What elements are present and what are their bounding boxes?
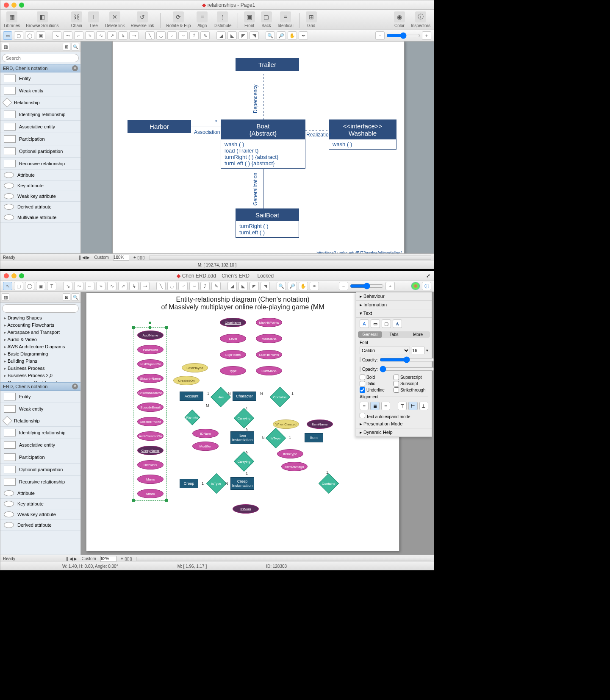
connector-c-tool[interactable]: ⇢ (129, 31, 139, 40)
rel-carrying[interactable]: Carrying (234, 408, 254, 428)
attr-mana[interactable]: Mana (137, 475, 164, 484)
font-size-input[interactable] (412, 347, 424, 354)
free-tool[interactable]: ✎ (211, 282, 221, 290)
toolbar-libraries[interactable]: ▦Libraries (4, 11, 20, 28)
library-search-input[interactable] (2, 304, 79, 313)
entity-account[interactable]: Account (180, 392, 203, 401)
section-help[interactable]: Dynamic Help (356, 428, 432, 437)
connector-l-tool[interactable]: ↘ (52, 31, 61, 40)
tree-item[interactable]: Business Process 2,0 (0, 372, 80, 379)
close-icon[interactable] (4, 3, 9, 8)
zoom-input[interactable] (100, 556, 116, 562)
zoom-preset[interactable]: Custom (94, 255, 108, 260)
zoom-plus[interactable]: + (385, 282, 395, 290)
tree-item[interactable]: Audio & Video (0, 336, 80, 343)
connector-multi-tool[interactable]: ⤷ (85, 31, 94, 40)
tree-item[interactable]: Drawing Shapes (0, 314, 80, 322)
close-icon[interactable] (4, 273, 9, 278)
search-view-icon[interactable]: 🔍 (72, 43, 79, 50)
toolbar-tree[interactable]: ⊤Tree (88, 11, 99, 28)
attr-currhitpoints[interactable]: CurrHitPoints (256, 350, 282, 359)
lib-item[interactable]: Derived attribute (0, 202, 80, 212)
tree-item[interactable]: AWS Architecture Diagrams (0, 343, 80, 350)
minimize-icon[interactable] (11, 273, 17, 278)
conn-a[interactable]: ↘ (63, 282, 72, 290)
grid-view-icon[interactable]: ⊞ (63, 43, 70, 50)
toolbar-identical[interactable]: =Identical (278, 11, 294, 28)
connector-free-tool[interactable]: ∿ (96, 31, 105, 40)
entity-creepinst[interactable]: Creep Instantiation (230, 477, 254, 490)
attr-lastplayed[interactable]: LastPlayed (182, 363, 208, 372)
lib-item[interactable]: Recursive relationship (0, 476, 80, 488)
ellipse-tool[interactable]: ◯ (25, 282, 34, 290)
attr-sbscrbrname[interactable]: SbscrbrName (137, 374, 164, 383)
image-tool[interactable]: ▣ (36, 282, 45, 290)
align-right-icon[interactable]: ≡ (381, 402, 390, 410)
attr-idnum[interactable]: IDNum (192, 429, 219, 438)
lib-item[interactable]: Recursive relationship (0, 158, 80, 170)
class-boat[interactable]: Boat {Abstract} wash ( ) load (Trailer t… (221, 119, 305, 169)
search-view-icon[interactable]: 🔍 (72, 293, 79, 301)
section-information[interactable]: Information (356, 301, 432, 309)
line-tool[interactable]: ╲ (156, 282, 166, 290)
zoom-plus[interactable]: + (422, 31, 431, 40)
lib-item[interactable]: Weak key attribute (0, 509, 80, 520)
attr-whencreated[interactable]: WhenCreated (273, 419, 299, 429)
lib-item[interactable]: Key attribute (0, 181, 80, 191)
lib-item[interactable]: Associative entity (0, 121, 80, 133)
spline-tool[interactable]: ∼ (178, 31, 188, 40)
lib-item[interactable]: Weak key attribute (0, 191, 80, 202)
conn-g[interactable]: ↳ (129, 282, 139, 290)
chk-underline[interactable]: Underline (360, 387, 389, 393)
toolbar-inspectors[interactable]: ⓘInspectors (411, 11, 430, 28)
align-left-icon[interactable]: ≡ (360, 402, 369, 410)
titlebar[interactable]: ◆relationships - Page1 (0, 0, 434, 10)
attr-creepname[interactable]: CreepName (137, 446, 164, 455)
inspector-tabs[interactable]: General Tabs More (358, 331, 430, 338)
lib-item[interactable]: Participation (0, 451, 80, 464)
class-sailboat[interactable]: SailBoat turnRight ( ) turnLeft ( ) (236, 208, 299, 238)
rel-has[interactable]: Has (211, 387, 231, 407)
color-icon[interactable] (411, 282, 420, 290)
fullscreen-icon[interactable]: ⤢ (426, 273, 430, 279)
callout-a-tool[interactable]: ◢ (216, 31, 226, 40)
rel-raninto[interactable]: RanInto (185, 410, 200, 425)
bezier-tool[interactable]: ⤴ (189, 31, 199, 40)
zoom-icon[interactable] (19, 3, 24, 8)
traffic-lights[interactable] (4, 3, 24, 8)
attr-charname[interactable]: CharName (220, 318, 246, 327)
lib-item[interactable]: Optional participation (0, 464, 80, 476)
tree-item[interactable]: Accounting Flowcharts (0, 322, 80, 329)
section-presentation[interactable]: Presentation Mode (356, 420, 432, 428)
conn-b[interactable]: ⤳ (74, 282, 83, 290)
select-tool[interactable]: ▭ (3, 31, 12, 40)
text-bg-icon[interactable]: ▭ (371, 319, 380, 328)
tab-general[interactable]: General (358, 331, 382, 338)
text-tool[interactable]: T (47, 282, 56, 290)
attr-itemdamage[interactable]: ItemDamage (281, 462, 308, 471)
attr-sbscrbremail[interactable]: SbscrbrEmail (137, 403, 164, 412)
connector-curve-tool[interactable]: ⤳ (63, 31, 72, 40)
eyedropper-tool[interactable]: ✒ (299, 31, 308, 40)
zoom-in-icon[interactable]: 🔍 (266, 31, 275, 40)
lib-item[interactable]: Identifying relationship (0, 108, 80, 121)
canvas[interactable]: Trailer Harbor Boat {Abstract} wash ( ) … (81, 42, 434, 253)
toolbar-align[interactable]: ≡Align (197, 11, 208, 28)
toolbar-chain[interactable]: ⛓Chain (71, 11, 82, 28)
attr-lastsignedon[interactable]: LastSignedOn (137, 359, 164, 369)
line-tool[interactable]: ╲ (145, 31, 155, 40)
lib-item[interactable]: Entity (0, 391, 80, 403)
minimize-icon[interactable] (11, 3, 17, 8)
attr-itemname[interactable]: ItemName (307, 419, 333, 429)
class-trailer[interactable]: Trailer (236, 58, 299, 71)
attr-type[interactable]: Type (220, 366, 246, 375)
polyline-tool[interactable]: ⟋ (167, 31, 177, 40)
conn-h[interactable]: ⇢ (140, 282, 150, 290)
text-style-a-icon[interactable]: A (360, 319, 369, 328)
toolbar-grid[interactable]: ⊞Grid (306, 11, 317, 28)
text-box-icon[interactable]: ▢ (382, 319, 391, 328)
co-b[interactable]: ◣ (238, 282, 248, 290)
valign-bot-icon[interactable]: ⊥ (419, 402, 428, 410)
toolbar-back[interactable]: ▢Back (261, 11, 272, 28)
select-tool[interactable]: ↖ (3, 282, 12, 290)
